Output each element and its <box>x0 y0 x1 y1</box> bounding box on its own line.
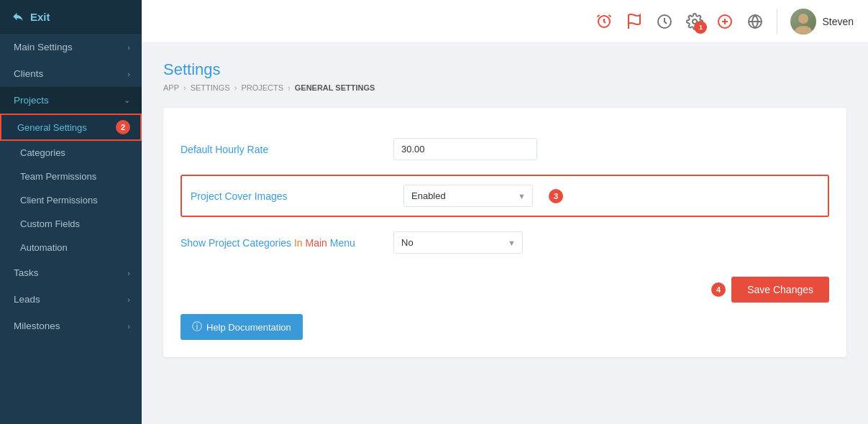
default-hourly-rate-label: Default Hourly Rate <box>181 144 382 155</box>
exit-button[interactable]: Exit <box>0 0 142 34</box>
badge-3-wrap: 3 <box>549 189 563 203</box>
alarm-icon <box>595 13 613 30</box>
exit-label: Exit <box>30 11 50 23</box>
show-categories-menu: Menu <box>327 237 355 249</box>
project-cover-images-select-wrap: Enabled Disabled ▼ <box>403 185 533 207</box>
help-button-label: Help Documentation <box>206 322 291 333</box>
step-badge-3: 3 <box>549 189 563 203</box>
topbar-divider <box>777 9 777 34</box>
sidebar-label-main-settings: Main Settings <box>14 42 73 52</box>
default-hourly-rate-row: Default Hourly Rate <box>181 128 829 170</box>
default-hourly-rate-input[interactable] <box>393 138 537 160</box>
chevron-right-icon: › <box>127 269 130 277</box>
info-icon: ⓘ <box>192 321 202 333</box>
sidebar-label-custom-fields: Custom Fields <box>20 218 80 229</box>
project-cover-images-label: Project Cover Images <box>191 190 392 202</box>
project-cover-images-row: Project Cover Images Enabled Disabled ▼ … <box>181 175 829 217</box>
chevron-right-icon: › <box>127 295 130 304</box>
help-doc-wrap: ⓘ Help Documentation <box>181 314 829 340</box>
svg-point-9 <box>798 14 808 24</box>
project-cover-images-select[interactable]: Enabled Disabled <box>403 185 533 207</box>
step-badge-4: 4 <box>711 282 726 297</box>
chevron-right-icon: › <box>127 322 130 331</box>
timer-icon <box>656 13 673 30</box>
sidebar-label-team-permissions: Team Permissions <box>20 171 96 182</box>
sidebar-label-tasks: Tasks <box>14 267 39 278</box>
topbar: 1 Steven <box>142 0 868 43</box>
topbar-icons: 1 <box>595 13 764 30</box>
sidebar-item-client-permissions[interactable]: Client Permissions <box>0 188 142 212</box>
breadcrumb-settings: SETTINGS <box>191 83 230 92</box>
sidebar-item-categories[interactable]: Categories <box>0 141 142 165</box>
avatar-image <box>790 9 816 34</box>
show-categories-select[interactable]: No Yes <box>393 231 523 254</box>
sidebar: Exit Main Settings › Clients › Projects … <box>0 0 142 424</box>
save-badge-wrap: 4 Save Changes <box>711 277 829 303</box>
sidebar-label-general-settings: General Settings <box>17 122 87 133</box>
chevron-right-icon: › <box>127 70 130 78</box>
sidebar-nav: Main Settings › Clients › Projects ⌄ Gen… <box>0 34 142 424</box>
alarm-icon-button[interactable] <box>595 13 613 30</box>
exit-icon <box>12 10 24 23</box>
sidebar-label-automation: Automation <box>20 242 68 253</box>
help-documentation-button[interactable]: ⓘ Help Documentation <box>181 314 303 340</box>
sidebar-item-leads[interactable]: Leads › <box>0 286 142 313</box>
svg-point-10 <box>795 26 812 34</box>
sidebar-item-general-settings[interactable]: General Settings 2 <box>0 114 142 141</box>
sidebar-item-projects[interactable]: Projects ⌄ <box>0 87 142 114</box>
show-categories-select-wrap: No Yes ▼ <box>393 231 523 254</box>
chevron-down-icon: ⌄ <box>124 96 130 105</box>
sidebar-item-custom-fields[interactable]: Custom Fields <box>0 212 142 236</box>
breadcrumb-current: GENERAL SETTINGS <box>295 83 375 92</box>
breadcrumb-sep-1: › <box>183 83 186 92</box>
globe-icon-button[interactable] <box>746 13 764 30</box>
sidebar-item-automation[interactable]: Automation <box>0 236 142 259</box>
sidebar-label-leads: Leads <box>14 294 40 305</box>
breadcrumb-sep-3: › <box>288 83 291 92</box>
show-categories-label: Show Project Categories In Main Menu <box>181 237 382 249</box>
add-circle-icon <box>716 13 734 30</box>
sidebar-item-main-settings[interactable]: Main Settings › <box>0 34 142 60</box>
sidebar-label-categories: Categories <box>20 147 65 158</box>
add-icon-button[interactable] <box>716 13 734 30</box>
notification-icon <box>626 13 643 30</box>
avatar <box>790 9 816 34</box>
show-categories-label-part1: Show Project Categories <box>181 237 294 249</box>
breadcrumb-sep-2: › <box>234 83 237 92</box>
breadcrumb-app: APP <box>163 83 179 92</box>
sidebar-label-clients: Clients <box>14 68 43 79</box>
user-menu[interactable]: Steven <box>790 9 854 34</box>
page-title: Settings <box>163 60 846 79</box>
globe-icon <box>746 13 764 30</box>
save-changes-button[interactable]: Save Changes <box>731 277 829 303</box>
show-categories-row: Show Project Categories In Main Menu No … <box>181 221 829 264</box>
show-categories-in: In <box>294 237 303 249</box>
settings-icon-button[interactable]: 1 <box>686 13 703 30</box>
settings-badge: 1 <box>694 21 707 34</box>
sidebar-item-team-permissions[interactable]: Team Permissions <box>0 165 142 188</box>
default-hourly-rate-input-wrap <box>393 138 829 160</box>
notification-icon-button[interactable] <box>626 13 643 30</box>
show-categories-main: Main <box>306 237 327 249</box>
sidebar-item-tasks[interactable]: Tasks › <box>0 259 142 286</box>
step-badge-2: 2 <box>116 120 130 134</box>
content-area: Settings APP › SETTINGS › PROJECTS › GEN… <box>142 43 868 424</box>
breadcrumb: APP › SETTINGS › PROJECTS › GENERAL SETT… <box>163 83 846 92</box>
timer-icon-button[interactable] <box>656 13 673 30</box>
breadcrumb-projects: PROJECTS <box>241 83 283 92</box>
sidebar-item-clients[interactable]: Clients › <box>0 60 142 87</box>
sidebar-label-milestones: Milestones <box>14 321 60 331</box>
sidebar-label-projects: Projects <box>14 95 49 106</box>
username-label: Steven <box>822 16 854 27</box>
chevron-right-icon: › <box>127 43 130 52</box>
sidebar-item-milestones[interactable]: Milestones › <box>0 313 142 339</box>
actions-row: 4 Save Changes <box>181 277 829 303</box>
main-area: 1 Steven <box>142 0 868 424</box>
sidebar-label-client-permissions: Client Permissions <box>20 195 98 206</box>
settings-card: Default Hourly Rate Project Cover Images… <box>163 108 846 357</box>
